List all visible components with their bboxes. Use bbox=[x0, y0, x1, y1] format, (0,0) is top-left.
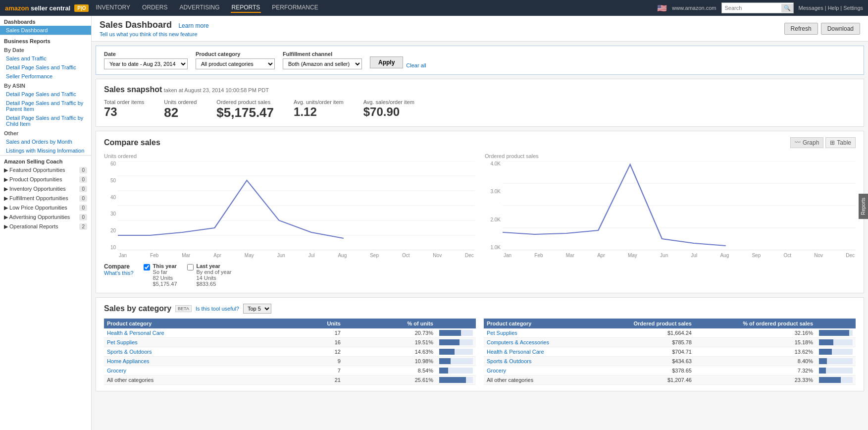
sidebar-item-listings-missing[interactable]: Listings with Missing Information bbox=[0, 146, 91, 155]
download-button[interactable]: Download bbox=[821, 23, 860, 35]
bar-cell bbox=[436, 338, 476, 347]
content-area: Date Year to date - Aug 23, 2014 Product… bbox=[92, 46, 868, 405]
sidebar-item-fulfillment-opps[interactable]: ▶ Fulfillment Opportunities 0 bbox=[0, 194, 91, 203]
filter-fulfillment-group: Fulfillment channel Both (Amazon and sel… bbox=[283, 51, 362, 69]
right-cat-cell: Pet Supplies bbox=[484, 328, 593, 338]
left-chart-label: Units ordered bbox=[104, 153, 475, 159]
refresh-button[interactable]: Refresh bbox=[784, 23, 818, 35]
sidebar-item-sales-dashboard[interactable]: Sales Dashboard bbox=[0, 26, 91, 35]
graph-view-toggle[interactable]: 〰 Graph bbox=[790, 137, 823, 148]
nav-settings[interactable]: Settings bbox=[843, 5, 863, 11]
this-year-legend-text: This year So far 82 Units $5,175.47 bbox=[153, 263, 177, 287]
sidebar-item-sales-traffic[interactable]: Sales and Traffic bbox=[0, 54, 91, 63]
search-button[interactable]: 🔍 bbox=[781, 4, 793, 12]
this-year-checkbox[interactable] bbox=[144, 264, 150, 270]
left-table-row: Pet Supplies1619.51% bbox=[104, 338, 476, 347]
cat-link[interactable]: Home Appliances bbox=[107, 358, 150, 364]
rx-nov: Nov bbox=[814, 253, 823, 258]
sidebar-item-inventory-opps[interactable]: ▶ Inventory Opportunities 0 bbox=[0, 184, 91, 194]
filters-row: Date Year to date - Aug 23, 2014 Product… bbox=[104, 51, 856, 69]
nav-performance[interactable]: PERFORMANCE bbox=[271, 3, 319, 13]
sidebar-item-seller-perf[interactable]: Seller Performance bbox=[0, 72, 91, 81]
metric-units-ordered-value: 82 bbox=[164, 105, 197, 120]
fulfillment-filter-label: Fulfillment channel bbox=[283, 51, 362, 57]
left-chart-x-labels: Jan Feb Mar Apr May Jun Jul Aug Sep Oc bbox=[118, 253, 475, 258]
right-cat-link[interactable]: Sports & Outdoors bbox=[487, 358, 532, 364]
learn-more-link[interactable]: Learn more bbox=[178, 22, 208, 29]
sales-table: Product category Ordered product sales %… bbox=[484, 319, 856, 385]
this-year-legend: This year So far 82 Units $5,175.47 bbox=[144, 263, 177, 287]
clear-button[interactable]: Clear all bbox=[406, 62, 426, 68]
whats-this-link[interactable]: What's this? bbox=[104, 270, 134, 276]
sidebar-item-detail-child[interactable]: Detail Page Sales and Traffic by Child I… bbox=[0, 113, 91, 128]
left-chart: Units ordered 60 50 40 30 20 10 bbox=[104, 153, 475, 258]
nav-help[interactable]: Help bbox=[828, 5, 839, 11]
nav-orders[interactable]: ORDERS bbox=[141, 3, 168, 13]
nav-reports[interactable]: REPORTS bbox=[231, 3, 261, 13]
units-cell: 16 bbox=[287, 338, 344, 347]
category-filter-select[interactable]: All product categories bbox=[196, 58, 275, 69]
sales-value-cell: $378.65 bbox=[593, 366, 695, 376]
sidebar-section-business-reports: Business Reports bbox=[0, 35, 91, 45]
compare-sales-section: Compare sales 〰 Graph ⊞ Table bbox=[96, 131, 864, 293]
right-cat-link[interactable]: Pet Supplies bbox=[487, 330, 517, 336]
fulfillment-opps-badge: 0 bbox=[79, 195, 87, 202]
sidebar-item-featured-opps[interactable]: ▶ Featured Opportunities 0 bbox=[0, 165, 91, 175]
y-tick-40: 40 bbox=[104, 195, 116, 200]
sales-bar-cell bbox=[816, 357, 856, 366]
table-view-toggle[interactable]: ⊞ Table bbox=[825, 137, 856, 148]
search-input[interactable] bbox=[722, 4, 781, 12]
left-cat-cell: Pet Supplies bbox=[104, 338, 287, 347]
th-product-category-right: Product category bbox=[484, 319, 593, 328]
nav-inventory[interactable]: INVENTORY bbox=[95, 3, 131, 13]
feedback-link[interactable]: Tell us what you think of this new featu… bbox=[100, 31, 209, 37]
cat-link[interactable]: Sports & Outdoors bbox=[107, 349, 152, 355]
right-cat-link[interactable]: Health & Personal Care bbox=[487, 349, 544, 355]
nav-advertising[interactable]: ADVERTISING bbox=[178, 3, 220, 13]
pct-cell: 20.73% bbox=[344, 328, 436, 338]
left-cat-table: Product category Units % of units Health… bbox=[104, 319, 476, 385]
sidebar-subsection-by-asin: By ASIN bbox=[0, 81, 91, 90]
pct-cell: 19.51% bbox=[344, 338, 436, 347]
y-tick-50: 50 bbox=[104, 178, 116, 183]
right-cat-table: Product category Ordered product sales %… bbox=[484, 319, 856, 385]
nav-messages[interactable]: Messages bbox=[799, 5, 823, 11]
reports-side-tab[interactable]: Reports bbox=[859, 194, 868, 219]
th-bar bbox=[436, 319, 476, 328]
date-filter-select[interactable]: Year to date - Aug 23, 2014 bbox=[104, 58, 188, 69]
last-year-checkbox[interactable] bbox=[187, 264, 194, 270]
sidebar-item-detail-asin[interactable]: Detail Page Sales and Traffic bbox=[0, 90, 91, 99]
right-chart-x-labels: Jan Feb Mar Apr May Jun Jul Aug Sep Oc bbox=[503, 253, 856, 258]
cat-link[interactable]: Pet Supplies bbox=[107, 339, 138, 345]
sidebar-item-sales-orders[interactable]: Sales and Orders by Month bbox=[0, 137, 91, 146]
sidebar-item-operational-reports[interactable]: ▶ Operational Reports 2 bbox=[0, 222, 91, 231]
snapshot-metrics: Total order items 73 Units ordered 82 Or… bbox=[104, 99, 856, 120]
useful-link[interactable]: Is this tool useful? bbox=[196, 306, 239, 312]
logo-sub: seller central bbox=[31, 4, 70, 12]
sidebar-item-detail-page[interactable]: Detail Page Sales and Traffic bbox=[0, 63, 91, 72]
metric-avg-units-label: Avg. units/order item bbox=[294, 99, 344, 105]
units-cell: 12 bbox=[287, 347, 344, 357]
sales-value-cell: $434.63 bbox=[593, 357, 695, 366]
cat-link[interactable]: Grocery bbox=[107, 368, 126, 374]
sidebar-item-advertising-opps[interactable]: ▶ Advertising Opportunities 0 bbox=[0, 213, 91, 222]
right-cat-link[interactable]: Computers & Accessories bbox=[487, 339, 549, 345]
sidebar-item-product-opps[interactable]: ▶ Product Opportunities 0 bbox=[0, 175, 91, 184]
units-cell: 21 bbox=[287, 376, 344, 385]
fulfillment-filter-select[interactable]: Both (Amazon and seller) bbox=[283, 58, 362, 69]
th-bar-right bbox=[816, 319, 856, 328]
sidebar-item-detail-parent[interactable]: Detail Page Sales and Traffic by Parent … bbox=[0, 99, 91, 113]
y-tick-30: 30 bbox=[104, 211, 116, 216]
header-left: Sales Dashboard Learn more Tell us what … bbox=[100, 20, 209, 37]
cat-link[interactable]: Health & Personal Care bbox=[107, 330, 164, 336]
graph-icon: 〰 bbox=[795, 139, 801, 146]
sidebar-section-dashboards: Dashboards bbox=[0, 16, 91, 26]
x-nov: Nov bbox=[433, 253, 442, 258]
graph-label: Graph bbox=[803, 139, 819, 146]
apply-button[interactable]: Apply bbox=[370, 56, 403, 68]
this-year-sofar: So far bbox=[153, 269, 167, 275]
sidebar-item-lowprice-opps[interactable]: ▶ Low Price Opportunities 0 bbox=[0, 203, 91, 213]
top-select[interactable]: Top 5 bbox=[243, 304, 271, 314]
lowprice-opps-badge: 0 bbox=[79, 205, 87, 211]
right-cat-link[interactable]: Grocery bbox=[487, 368, 506, 374]
